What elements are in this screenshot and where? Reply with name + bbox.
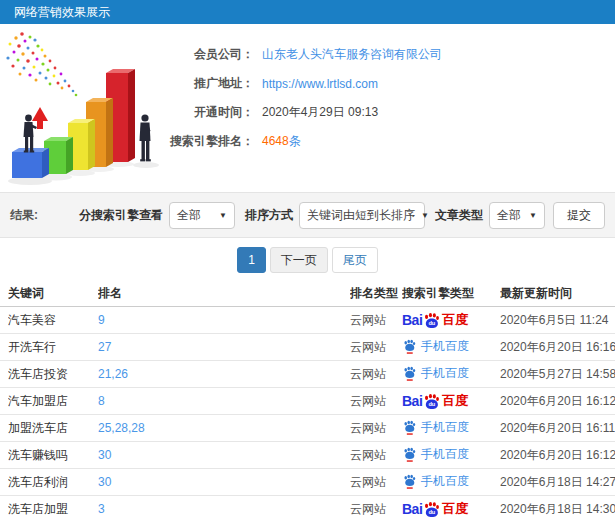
keyword-cell: 汽车加盟店 [8,393,98,410]
engine-rank-value: 4648条 [262,133,301,150]
results-table: 关键词 排名 排名类型 搜索引擎类型 最新更新时间 汽车美容 9 云网站 Bai… [0,281,615,520]
pagination: 1 下一页 尾页 [0,247,615,273]
result-label: 结果: [10,207,38,224]
engine-type-cell: Bai du 百度 [402,473,500,492]
mobile-baidu-paw-icon [403,339,416,354]
updated-cell: 2020年5月27日 14:58 [500,366,615,383]
rank-link[interactable]: 3 [98,502,350,516]
baidu-logo: Bai du 百度 [402,311,468,329]
rank-type-cell: 云网站 [350,312,402,329]
rank-type-cell: 云网站 [350,447,402,464]
baidu-logo: Bai du 百度 [402,392,468,410]
engine-type-cell: Bai du 百度 [402,392,500,410]
rank-type-cell: 云网站 [350,366,402,383]
engine-type-cell: Bai du 百度 [402,365,500,384]
mobile-baidu-badge: 手机百度 [402,473,469,490]
table-row: 汽车加盟店 8 云网站 Bai du 百度 [0,388,615,415]
keyword-cell: 洗车赚钱吗 [8,447,98,464]
app-header: 网络营销效果展示 [0,0,615,24]
mobile-baidu-badge: 手机百度 [402,365,469,382]
engine-filter-label: 分搜索引擎查看 [79,207,163,224]
table-body: 汽车美容 9 云网站 Bai du 百度 [0,307,615,520]
updated-cell: 2020年6月20日 16:12 [500,393,615,410]
sort-filter-select[interactable]: 关键词由短到长排序 ▼ [299,202,425,229]
rank-type-cell: 云网站 [350,339,402,356]
svg-text:du: du [429,509,436,515]
engine-type-cell: Bai du 百度 [402,446,500,465]
rank-type-cell: 云网站 [350,420,402,437]
company-link[interactable]: 山东老人头汽车服务咨询有限公司 [262,46,442,63]
engine-filter-select[interactable]: 全部 ▼ [169,202,235,229]
rank-link[interactable]: 21,26 [98,367,350,381]
engine-type-cell: Bai du 百度 [402,338,500,357]
table-row: 开洗车行 27 云网站 Bai du 百度 [0,334,615,361]
rank-link[interactable]: 27 [98,340,350,354]
chevron-down-icon: ▼ [219,211,227,220]
rank-link[interactable]: 8 [98,394,350,408]
article-type-select[interactable]: 全部 ▼ [489,202,545,229]
rank-link[interactable]: 25,28,28 [98,421,350,435]
keyword-cell: 洗车店利润 [8,474,98,491]
rank-link[interactable]: 30 [98,475,350,489]
rank-type-cell: 云网站 [350,474,402,491]
baidu-paw-icon: du [423,393,440,410]
promotion-url-label: 推广地址： [168,75,254,92]
mobile-baidu-badge: 手机百度 [402,419,469,436]
header-rank-type: 排名类型 [350,285,402,302]
header-updated: 最新更新时间 [500,285,615,302]
chevron-down-icon: ▼ [529,211,537,220]
keyword-cell: 开洗车行 [8,339,98,356]
opened-time-label: 开通时间： [168,104,254,121]
table-row: 洗车店加盟 3 云网站 Bai du 百度 [0,496,615,520]
submit-button[interactable]: 提交 [553,202,605,229]
last-page-button[interactable]: 尾页 [332,247,378,273]
baidu-logo: Bai du 百度 [402,500,468,518]
updated-cell: 2020年6月20日 16:16 [500,339,615,356]
updated-cell: 2020年6月18日 14:27 [500,474,615,491]
growth-bar-chart-illustration [0,28,176,190]
promotion-url-row: 推广地址： https://www.lrtlsd.com [168,69,442,98]
engine-type-cell: Bai du 百度 [402,311,500,329]
opened-time-row: 开通时间： 2020年4月29日 09:13 [168,98,442,127]
engine-rank-row: 搜索引擎排名： 4648条 [168,127,442,156]
rank-link[interactable]: 30 [98,448,350,462]
updated-cell: 2020年6月20日 16:12 [500,447,615,464]
mobile-baidu-paw-icon [403,420,416,435]
company-row: 会员公司： 山东老人头汽车服务咨询有限公司 [168,40,442,69]
updated-cell: 2020年6月5日 11:24 [500,312,615,329]
table-row: 洗车店利润 30 云网站 Bai du 百度 [0,469,615,496]
member-info-section: 会员公司： 山东老人头汽车服务咨询有限公司 推广地址： https://www.… [0,24,615,192]
table-row: 汽车美容 9 云网站 Bai du 百度 [0,307,615,334]
filter-controls: 分搜索引擎查看 全部 ▼ 排序方式 关键词由短到长排序 ▼ 文章类型 全部 ▼ … [69,202,605,229]
rank-unit: 条 [289,134,301,148]
next-page-button[interactable]: 下一页 [270,247,328,273]
article-type-label: 文章类型 [435,207,483,224]
mobile-baidu-paw-icon [403,366,416,381]
mobile-baidu-paw-icon [403,447,416,462]
rank-type-cell: 云网站 [350,501,402,518]
member-info-list: 会员公司： 山东老人头汽车服务咨询有限公司 推广地址： https://www.… [168,40,442,156]
opened-time-value: 2020年4月29日 09:13 [262,104,378,121]
article-type-value: 全部 [497,207,521,224]
page-1-button[interactable]: 1 [237,247,266,273]
engine-rank-label: 搜索引擎排名： [168,133,254,150]
table-row: 洗车店投资 21,26 云网站 Bai du 百度 [0,361,615,388]
engine-type-cell: Bai du 百度 [402,500,500,518]
promotion-url-link[interactable]: https://www.lrtlsd.com [262,77,378,91]
keyword-cell: 加盟洗车店 [8,420,98,437]
header-rank: 排名 [98,285,350,302]
mobile-baidu-badge: 手机百度 [402,446,469,463]
engine-filter-value: 全部 [177,207,201,224]
mobile-baidu-paw-icon [403,474,416,489]
svg-text:du: du [429,401,436,407]
company-label: 会员公司： [168,46,254,63]
businessman-right-figure [140,114,151,161]
mobile-baidu-badge: 手机百度 [402,338,469,355]
keyword-cell: 汽车美容 [8,312,98,329]
page-title: 网络营销效果展示 [14,4,110,21]
rank-link[interactable]: 9 [98,313,350,327]
rank-count: 4648 [262,134,289,148]
header-engine-type: 搜索引擎类型 [402,285,500,302]
updated-cell: 2020年6月18日 14:30 [500,501,615,518]
updated-cell: 2020年6月20日 16:11 [500,420,615,437]
